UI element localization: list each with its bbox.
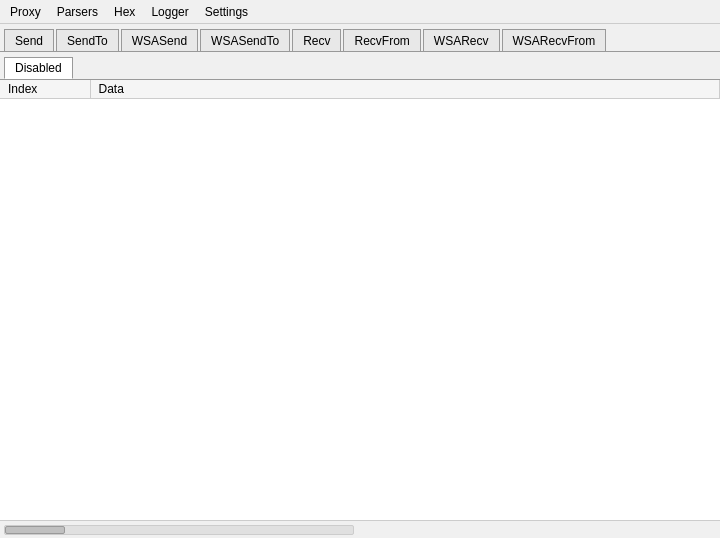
- tab-send[interactable]: Send: [4, 29, 54, 51]
- tab-bar: Send SendTo WSASend WSASendTo Recv RecvF…: [0, 24, 720, 52]
- tab-sendto[interactable]: SendTo: [56, 29, 119, 51]
- subtab-disabled[interactable]: Disabled: [4, 57, 73, 79]
- data-table: Index Data: [0, 80, 720, 99]
- menu-logger[interactable]: Logger: [143, 0, 196, 23]
- tab-wsasend[interactable]: WSASend: [121, 29, 198, 51]
- sub-tab-bar: Disabled: [0, 52, 720, 80]
- content-area: Disabled Index Data: [0, 52, 720, 538]
- tab-recv[interactable]: Recv: [292, 29, 341, 51]
- tab-wsarecv[interactable]: WSARecv: [423, 29, 500, 51]
- tab-wsasendto[interactable]: WSASendTo: [200, 29, 290, 51]
- menu-proxy[interactable]: Proxy: [2, 0, 49, 23]
- menu-hex[interactable]: Hex: [106, 0, 143, 23]
- tab-wsarecvfrom[interactable]: WSARecvFrom: [502, 29, 607, 51]
- col-header-data: Data: [90, 80, 720, 99]
- scrollbar-thumb[interactable]: [5, 526, 65, 534]
- menu-settings[interactable]: Settings: [197, 0, 256, 23]
- scrollbar-area: [0, 520, 720, 538]
- tab-recvfrom[interactable]: RecvFrom: [343, 29, 420, 51]
- col-header-index: Index: [0, 80, 90, 99]
- table-container[interactable]: Index Data: [0, 80, 720, 520]
- menu-bar: Proxy Parsers Hex Logger Settings: [0, 0, 720, 24]
- scrollbar-track[interactable]: [4, 525, 354, 535]
- menu-parsers[interactable]: Parsers: [49, 0, 106, 23]
